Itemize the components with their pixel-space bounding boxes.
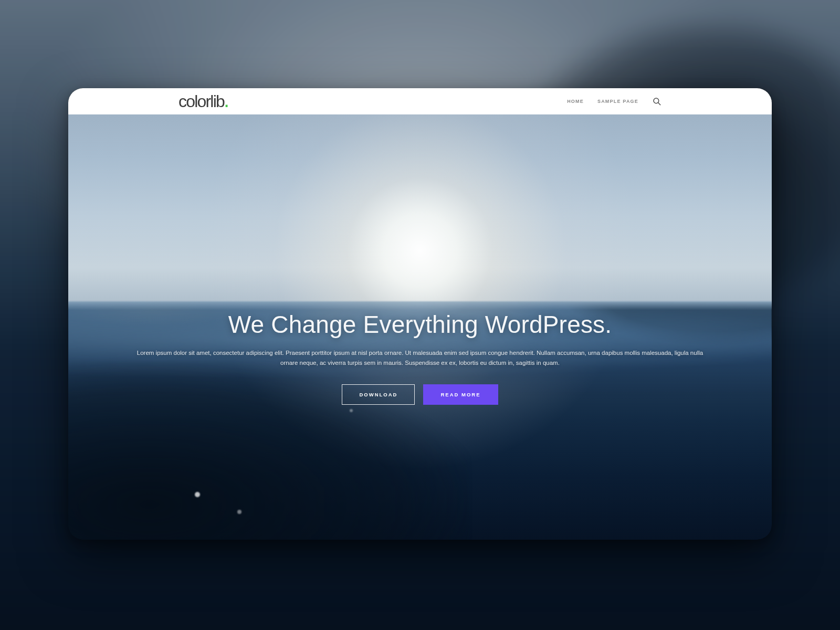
sparkle xyxy=(350,409,353,412)
svg-line-1 xyxy=(658,103,660,105)
sparkle xyxy=(237,510,242,514)
nav-link-sample-page[interactable]: SAMPLE PAGE xyxy=(597,99,638,104)
hero-buttons: DOWNLOAD READ MORE xyxy=(121,384,719,405)
nav-link-home[interactable]: HOME xyxy=(567,99,584,104)
nav-right: HOME SAMPLE PAGE xyxy=(567,97,662,106)
search-icon[interactable] xyxy=(652,97,662,106)
navbar: colorlib. HOME SAMPLE PAGE xyxy=(68,88,772,114)
download-button[interactable]: DOWNLOAD xyxy=(342,384,415,405)
browser-frame: colorlib. HOME SAMPLE PAGE We Change Eve… xyxy=(68,88,772,540)
hero: We Change Everything WordPress. Lorem ip… xyxy=(68,114,772,540)
hero-content: We Change Everything WordPress. Lorem ip… xyxy=(68,310,772,405)
read-more-button[interactable]: READ MORE xyxy=(423,384,498,405)
logo-text: colorlib xyxy=(178,92,224,111)
hero-subtitle: Lorem ipsum dolor sit amet, consectetur … xyxy=(136,348,704,369)
hero-title: We Change Everything WordPress. xyxy=(121,310,719,339)
site-logo[interactable]: colorlib. xyxy=(178,92,228,111)
